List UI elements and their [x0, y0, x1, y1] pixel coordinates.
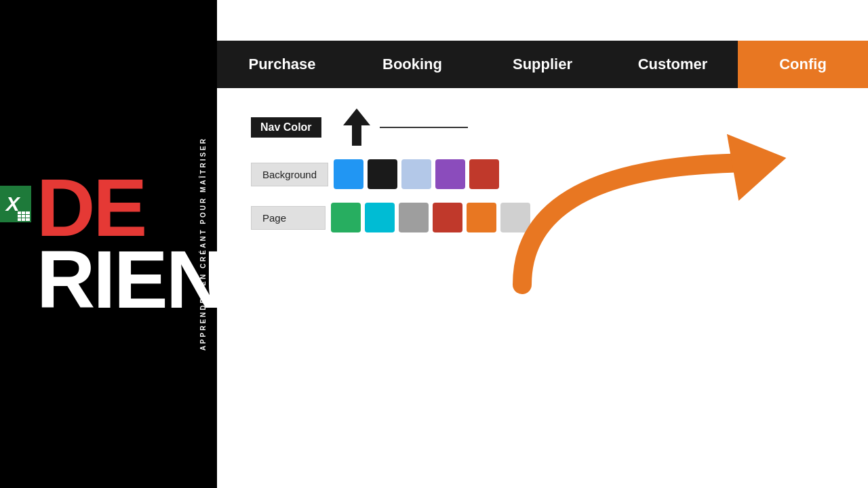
page-color-light-gray[interactable]	[500, 203, 530, 232]
brand-rien: RIEN	[37, 244, 223, 316]
bg-color-light-blue[interactable]	[401, 159, 431, 189]
brand-block: X DE RIEN	[0, 172, 222, 315]
sidebar: X DE RIEN Apprendre en créant pour maîtr…	[0, 0, 217, 488]
nav-color-row: Nav Color	[251, 108, 834, 146]
nav-color-label: Nav Color	[251, 117, 321, 138]
config-section: Nav Color Background Page	[217, 88, 868, 253]
page-row: Page	[251, 203, 834, 232]
page-label: Page	[251, 206, 326, 230]
sidebar-tagline: Apprendre en créant pour maîtriser	[199, 137, 207, 350]
bg-color-blue[interactable]	[334, 159, 363, 189]
bg-color-purple[interactable]	[435, 159, 465, 189]
page-color-red[interactable]	[433, 203, 462, 232]
bg-color-black[interactable]	[368, 159, 397, 189]
up-arrow-container	[343, 108, 370, 146]
nav-config[interactable]: Config	[738, 41, 868, 88]
sidebar-tagline-container: Apprendre en créant pour maîtriser	[199, 0, 207, 488]
up-arrow-icon	[343, 108, 370, 146]
background-label: Background	[251, 163, 328, 186]
page-color-gray[interactable]	[399, 203, 429, 232]
nav-purchase[interactable]: Purchase	[217, 41, 347, 88]
page-color-cyan[interactable]	[365, 203, 395, 232]
nav-bar: Purchase Booking Supplier Customer Confi…	[217, 41, 868, 88]
main-content: Purchase Booking Supplier Customer Confi…	[217, 0, 868, 488]
nav-customer[interactable]: Customer	[608, 41, 738, 88]
nav-supplier[interactable]: Supplier	[477, 41, 608, 88]
background-row: Background	[251, 159, 834, 189]
svg-marker-0	[343, 108, 370, 146]
bg-color-red[interactable]	[469, 159, 499, 189]
divider-line	[380, 127, 468, 128]
brand-text: DE RIEN	[37, 172, 223, 315]
nav-booking[interactable]: Booking	[347, 41, 477, 88]
excel-icon: X	[0, 186, 31, 222]
page-color-green[interactable]	[331, 203, 361, 232]
page-color-orange[interactable]	[467, 203, 496, 232]
